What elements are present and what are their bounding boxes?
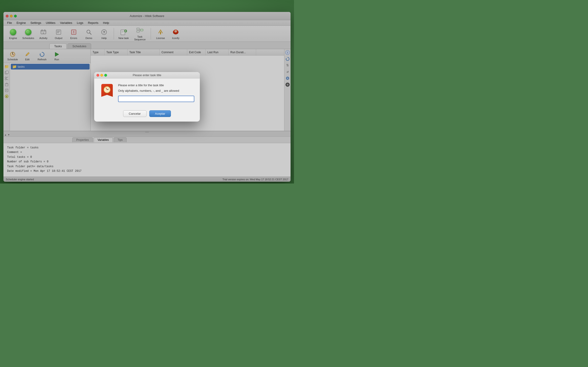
task-title-input[interactable] [118, 96, 194, 102]
dialog-maximize-button[interactable] [104, 74, 107, 77]
dialog: Please enter task title Please enter a t… [94, 72, 200, 122]
modal-overlay: Please enter task title Please enter a t… [3, 12, 291, 182]
cancel-button[interactable]: Cancelar [123, 110, 147, 117]
dialog-message1: Please enter a title for the task title [118, 83, 194, 88]
dialog-title: Please enter task title [133, 73, 161, 77]
dialog-content: Please enter a title for the task title … [100, 83, 194, 102]
dialog-buttons: Cancelar Aceptar [94, 110, 200, 122]
dialog-body: Please enter a title for the task title … [94, 78, 200, 110]
main-window: Automize - Hitek Software File Engine Se… [3, 12, 291, 182]
accept-button[interactable]: Aceptar [149, 110, 171, 117]
dialog-traffic-lights [96, 74, 107, 77]
dialog-close-button[interactable] [96, 74, 99, 77]
dialog-text: Please enter a title for the task title … [118, 83, 194, 102]
dialog-titlebar: Please enter task title [94, 72, 200, 78]
app-icon [100, 83, 114, 98]
dialog-minimize-button[interactable] [100, 74, 103, 77]
dialog-message2: Only alphabets, numbers, -, and _ are al… [118, 89, 194, 93]
